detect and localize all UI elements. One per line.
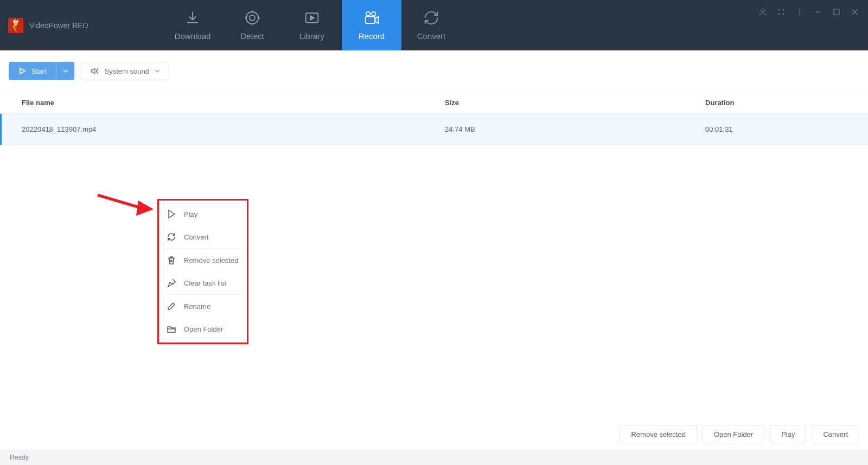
user-icon[interactable] [758, 8, 767, 16]
pencil-icon [167, 301, 176, 311]
tab-detect[interactable]: Detect [222, 0, 282, 50]
footer-convert[interactable]: Convert [812, 425, 859, 443]
sound-mode-button[interactable]: System sound [81, 62, 169, 80]
svg-point-1 [246, 12, 259, 24]
svg-point-11 [783, 14, 784, 15]
detect-icon [244, 10, 260, 26]
record-icon [363, 10, 380, 26]
col-size[interactable]: Size [445, 99, 705, 107]
tab-download-label: Download [175, 31, 211, 41]
sound-mode-label: System sound [104, 67, 149, 75]
cell-duration: 00:01:31 [705, 125, 868, 133]
cell-size: 24.74 MB [445, 125, 705, 133]
start-button-dropdown[interactable] [56, 62, 74, 80]
toolbar: Start System sound [0, 50, 868, 92]
broom-icon [167, 278, 176, 288]
svg-point-7 [761, 9, 764, 12]
brand: VideoPower RED [0, 0, 163, 50]
svg-point-12 [799, 9, 801, 10]
folder-icon [167, 324, 176, 334]
start-button-label: Start [31, 67, 46, 75]
tab-library[interactable]: Library [282, 0, 342, 50]
svg-point-14 [799, 14, 801, 16]
close-icon[interactable] [851, 8, 859, 16]
tab-convert[interactable]: Convert [401, 0, 461, 50]
ctx-clear-task-list-label: Clear task list [184, 279, 226, 287]
content-area: Start System sound File name Size Durati… [0, 50, 868, 450]
tab-download[interactable]: Download [163, 0, 222, 50]
svg-point-13 [799, 11, 801, 13]
chevron-down-icon [155, 68, 160, 74]
ctx-clear-task-list[interactable]: Clear task list [159, 272, 247, 294]
library-icon [304, 10, 320, 26]
footer-remove-selected[interactable]: Remove selected [620, 425, 697, 443]
start-button[interactable]: Start [9, 62, 74, 80]
footer-open-folder[interactable]: Open Folder [703, 425, 764, 443]
ctx-play-label: Play [184, 210, 197, 218]
status-text: Ready [10, 454, 29, 461]
ctx-rename[interactable]: Rename [159, 295, 247, 318]
apps-icon[interactable] [777, 8, 786, 16]
svg-rect-6 [366, 17, 375, 24]
svg-line-16 [98, 195, 138, 207]
ctx-remove-selected-label: Remove selected [184, 256, 238, 264]
tab-detect-label: Detect [240, 31, 264, 41]
download-icon [184, 10, 201, 26]
col-filename[interactable]: File name [22, 99, 445, 107]
minimize-icon[interactable] [814, 8, 822, 16]
cell-filename: 20220418_113907.mp4 [22, 125, 445, 133]
tab-convert-label: Convert [417, 31, 446, 41]
context-menu: Play Convert Remove selected Clear task … [157, 199, 248, 344]
speaker-icon [90, 67, 99, 75]
svg-point-2 [250, 15, 255, 21]
status-bar: Ready [0, 450, 868, 465]
svg-marker-17 [136, 201, 154, 216]
titlebar: VideoPower RED Download Detect Library R… [0, 0, 868, 50]
play-icon [18, 67, 26, 75]
tab-library-label: Library [299, 31, 324, 41]
col-duration[interactable]: Duration [705, 99, 868, 107]
annotation-arrow-icon [95, 190, 155, 217]
ctx-rename-label: Rename [184, 302, 210, 311]
ctx-open-folder-label: Open Folder [184, 325, 223, 333]
svg-point-10 [778, 14, 780, 15]
app-logo-icon [8, 17, 24, 34]
footer-play[interactable]: Play [770, 425, 806, 443]
start-button-main[interactable]: Start [9, 62, 56, 80]
play-icon [167, 209, 176, 219]
convert-icon [167, 232, 176, 242]
window-controls [758, 8, 859, 16]
trash-icon [167, 255, 176, 265]
svg-point-5 [372, 12, 376, 16]
svg-point-4 [366, 12, 371, 16]
ctx-convert-label: Convert [184, 233, 209, 241]
maximize-icon[interactable] [832, 8, 841, 16]
ctx-open-folder[interactable]: Open Folder [159, 318, 247, 340]
svg-point-8 [778, 9, 780, 11]
app-title: VideoPower RED [29, 21, 88, 30]
menu-icon[interactable] [795, 8, 804, 16]
table-row[interactable]: 20220418_113907.mp4 24.74 MB 00:01:31 [0, 114, 868, 145]
footer-buttons: Remove selected Open Folder Play Convert [620, 425, 859, 443]
chevron-down-icon [63, 68, 68, 74]
convert-icon [423, 10, 439, 26]
svg-point-9 [783, 9, 784, 11]
tab-record-label: Record [359, 31, 385, 41]
ctx-play[interactable]: Play [159, 203, 247, 225]
ctx-convert[interactable]: Convert [159, 225, 247, 248]
svg-rect-15 [834, 9, 839, 15]
tab-record[interactable]: Record [342, 0, 401, 50]
ctx-remove-selected[interactable]: Remove selected [159, 249, 247, 272]
main-tabs: Download Detect Library Record Convert [163, 0, 461, 50]
list-header: File name Size Duration [0, 92, 868, 114]
list-area: 20220418_113907.mp4 24.74 MB 00:01:31 Pl… [0, 114, 868, 450]
